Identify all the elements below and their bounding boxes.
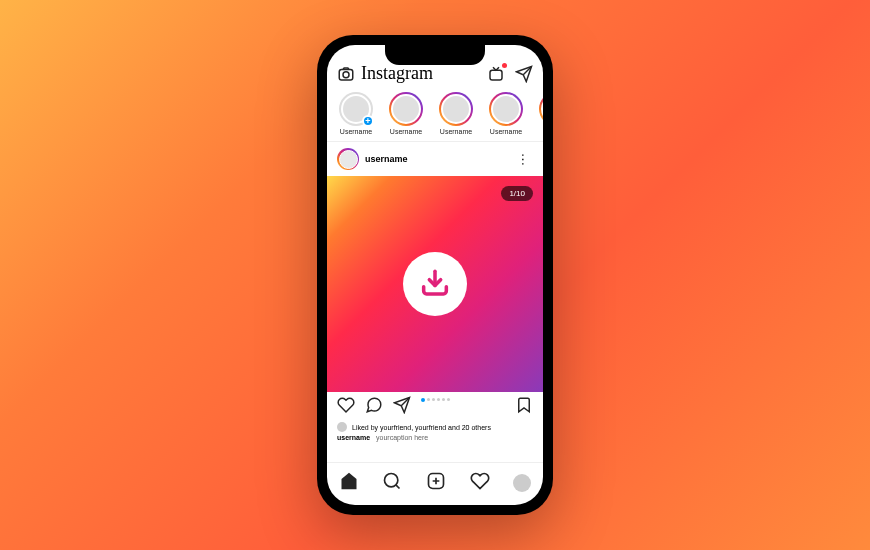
direct-message-icon[interactable] <box>511 65 533 83</box>
camera-icon[interactable] <box>337 65 355 83</box>
igtv-icon[interactable] <box>487 65 505 83</box>
story-item[interactable]: Username <box>385 92 427 135</box>
like-icon[interactable] <box>337 396 355 418</box>
stories-tray: + Username Username Username Username Us <box>327 88 543 142</box>
download-icon <box>418 267 452 301</box>
nav-activity-icon[interactable] <box>470 471 490 495</box>
phone-frame: Instagram + Username <box>317 35 553 515</box>
caption: username yourcaption here <box>327 432 543 443</box>
nav-home-icon[interactable] <box>339 471 359 495</box>
caption-text: yourcaption here <box>376 434 428 441</box>
bookmark-icon[interactable] <box>515 396 533 418</box>
post-author-username[interactable]: username <box>365 154 514 164</box>
avatar <box>337 422 347 432</box>
story-ring <box>539 92 543 126</box>
post-header: username … <box>327 142 543 176</box>
story-item[interactable]: Username <box>485 92 527 135</box>
story-item-own[interactable]: + Username <box>335 92 377 135</box>
avatar <box>339 150 358 169</box>
share-icon[interactable] <box>393 396 411 418</box>
post-author-avatar[interactable] <box>337 148 359 170</box>
nav-profile-icon[interactable] <box>513 474 531 492</box>
story-item[interactable]: Us <box>535 92 543 135</box>
likes-row[interactable]: Liked by yourfriend, yourfriend and 20 o… <box>327 422 543 432</box>
story-label: Username <box>440 128 472 135</box>
likes-text: Liked by yourfriend, yourfriend and 20 o… <box>352 424 491 431</box>
nav-search-icon[interactable] <box>382 471 402 495</box>
avatar <box>391 94 421 124</box>
story-label: Username <box>490 128 522 135</box>
post-image[interactable]: 1/10 <box>327 176 543 392</box>
add-story-icon[interactable]: + <box>362 115 374 127</box>
brand-logo: Instagram <box>361 63 481 84</box>
story-item[interactable]: Username <box>435 92 477 135</box>
screen: Instagram + Username <box>327 45 543 505</box>
bottom-nav <box>327 462 543 505</box>
story-ring <box>489 92 523 126</box>
notification-dot-icon <box>502 63 507 68</box>
phone-notch <box>385 45 485 65</box>
svg-point-1 <box>343 71 349 77</box>
avatar <box>541 94 543 124</box>
story-label: Username <box>340 128 372 135</box>
story-label: Username <box>390 128 422 135</box>
avatar <box>491 94 521 124</box>
nav-add-icon[interactable] <box>426 471 446 495</box>
svg-point-3 <box>385 474 398 487</box>
more-options-icon[interactable]: … <box>520 151 533 167</box>
download-button[interactable] <box>403 252 467 316</box>
avatar <box>441 94 471 124</box>
story-ring <box>389 92 423 126</box>
post-actions <box>327 394 543 422</box>
story-ring: + <box>339 92 373 126</box>
carousel-counter: 1/10 <box>501 186 533 201</box>
caption-username[interactable]: username <box>337 434 370 441</box>
comment-icon[interactable] <box>365 396 383 418</box>
svg-rect-2 <box>490 70 502 80</box>
story-ring <box>439 92 473 126</box>
